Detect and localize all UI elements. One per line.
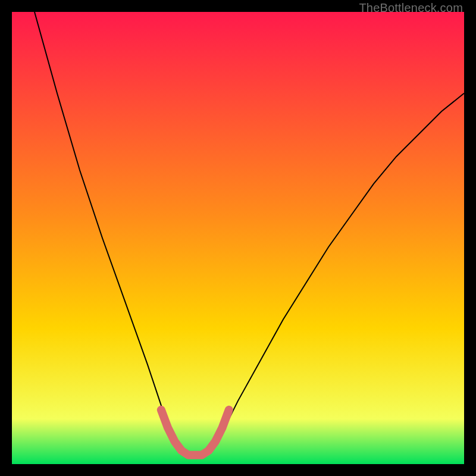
watermark-text: TheBottleneck.com	[359, 1, 463, 15]
bottleneck-chart	[12, 12, 464, 464]
gradient-background	[12, 12, 464, 464]
chart-frame	[12, 12, 464, 464]
